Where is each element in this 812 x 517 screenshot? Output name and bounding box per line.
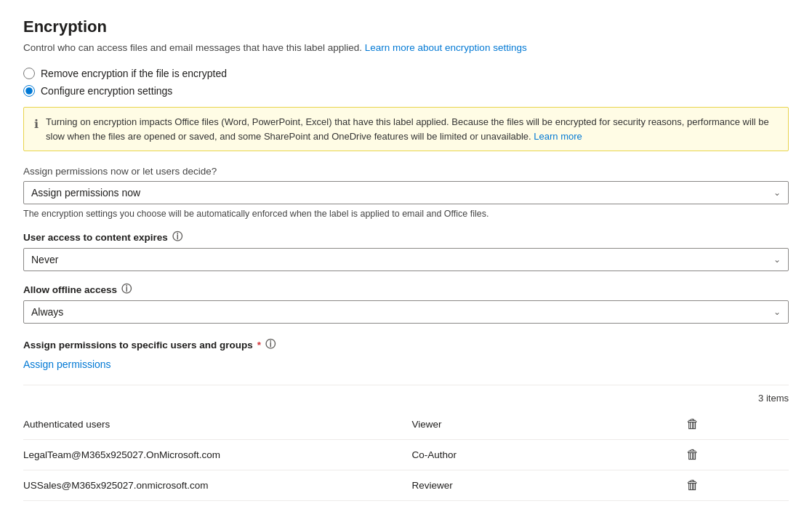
user-access-label: User access to content expires ⓘ bbox=[23, 231, 789, 244]
assign-permissions-question: Assign permissions now or let users deci… bbox=[23, 166, 789, 177]
permission-role: Viewer bbox=[406, 409, 598, 440]
permission-role: Reviewer bbox=[406, 470, 598, 501]
offline-access-info-icon: ⓘ bbox=[121, 283, 132, 296]
delete-icon[interactable]: 🗑 bbox=[686, 447, 699, 462]
permission-user: USSales@M365x925027.onmicrosoft.com bbox=[23, 470, 406, 501]
delete-permission-cell: 🗑 bbox=[598, 409, 789, 440]
user-access-dropdown-value: Never bbox=[31, 254, 58, 265]
radio-configure-encryption[interactable]: Configure encryption settings bbox=[23, 85, 789, 97]
learn-more-link[interactable]: Learn more about encryption settings bbox=[365, 42, 527, 53]
assign-permissions-dropdown-value: Assign permissions now bbox=[31, 187, 140, 199]
encryption-info-box: ℹ Turning on encryption impacts Office f… bbox=[23, 107, 789, 151]
delete-permission-cell: 🗑 bbox=[598, 440, 789, 470]
radio-remove-encryption[interactable]: Remove encryption if the file is encrypt… bbox=[23, 68, 789, 79]
radio-configure-encryption-label: Configure encryption settings bbox=[41, 85, 172, 97]
permissions-table: Authenticated users Viewer 🗑 LegalTeam@M… bbox=[23, 409, 789, 501]
permission-user: LegalTeam@M365x925027.OnMicrosoft.com bbox=[23, 440, 406, 470]
assign-specific-label: Assign permissions to specific users and… bbox=[23, 338, 789, 351]
encryption-radio-group: Remove encryption if the file is encrypt… bbox=[23, 68, 789, 97]
radio-remove-encryption-input[interactable] bbox=[23, 68, 35, 79]
radio-configure-encryption-input[interactable] bbox=[23, 85, 35, 97]
info-box-text: Turning on encryption impacts Office fil… bbox=[46, 115, 778, 143]
offline-access-dropdown[interactable]: Always ⌄ bbox=[23, 300, 789, 324]
info-box-learn-more-link[interactable]: Learn more bbox=[534, 131, 582, 142]
info-box-icon: ℹ bbox=[34, 116, 39, 143]
user-access-info-icon: ⓘ bbox=[172, 231, 182, 244]
assign-specific-section: Assign permissions to specific users and… bbox=[23, 338, 789, 370]
chevron-down-icon: ⌄ bbox=[773, 188, 781, 198]
table-row: Authenticated users Viewer 🗑 bbox=[23, 409, 789, 440]
chevron-down-icon: ⌄ bbox=[773, 255, 781, 265]
required-star: * bbox=[257, 340, 261, 350]
permissions-table-section: 3 items Authenticated users Viewer 🗑 Leg… bbox=[23, 385, 789, 501]
table-row: USSales@M365x925027.onmicrosoft.com Revi… bbox=[23, 470, 789, 501]
assign-permissions-link[interactable]: Assign permissions bbox=[23, 358, 111, 370]
offline-access-section: Allow offline access ⓘ Always ⌄ bbox=[23, 283, 789, 324]
page-title: Encryption bbox=[23, 17, 789, 36]
delete-icon[interactable]: 🗑 bbox=[686, 417, 699, 431]
user-access-dropdown[interactable]: Never ⌄ bbox=[23, 248, 789, 271]
page-subtitle: Control who can access files and email m… bbox=[23, 42, 789, 53]
chevron-down-icon: ⌄ bbox=[773, 307, 781, 317]
assign-specific-info-icon: ⓘ bbox=[265, 338, 276, 351]
radio-remove-encryption-label: Remove encryption if the file is encrypt… bbox=[41, 68, 227, 79]
permission-role: Co-Author bbox=[406, 440, 598, 470]
offline-access-dropdown-value: Always bbox=[31, 306, 63, 318]
assign-permissions-dropdown[interactable]: Assign permissions now ⌄ bbox=[23, 181, 789, 204]
table-row: LegalTeam@M365x925027.OnMicrosoft.com Co… bbox=[23, 440, 789, 470]
offline-access-label: Allow offline access ⓘ bbox=[23, 283, 789, 296]
auto-enforce-text: The encryption settings you choose will … bbox=[23, 209, 789, 219]
assign-permissions-section: Assign permissions now or let users deci… bbox=[23, 166, 789, 219]
permission-user: Authenticated users bbox=[23, 409, 406, 440]
items-count: 3 items bbox=[23, 393, 789, 404]
user-access-section: User access to content expires ⓘ Never ⌄ bbox=[23, 231, 789, 271]
delete-permission-cell: 🗑 bbox=[598, 470, 789, 501]
delete-icon[interactable]: 🗑 bbox=[686, 478, 699, 492]
